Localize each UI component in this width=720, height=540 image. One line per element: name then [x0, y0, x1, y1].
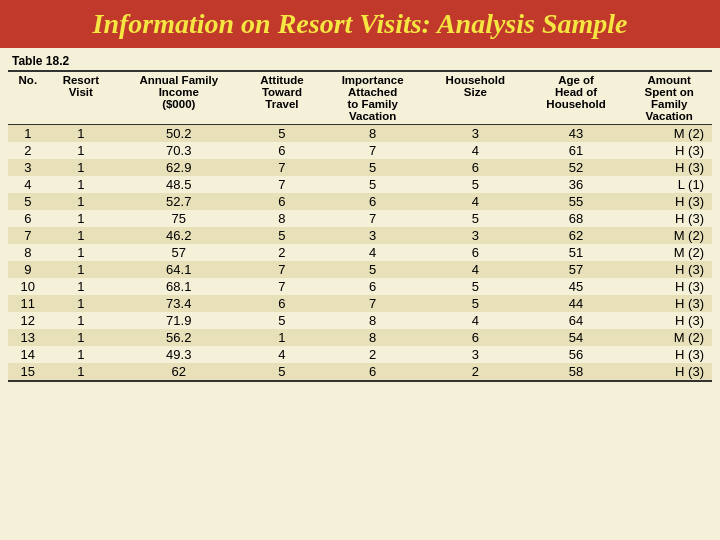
cell-r12-c6: 54: [526, 329, 627, 346]
cell-r8-c6: 57: [526, 261, 627, 278]
page-title: Information on Resort Visits: Analysis S…: [0, 0, 720, 48]
table-row: 4148.575536L (1): [8, 176, 712, 193]
cell-r11-c5: 4: [425, 312, 526, 329]
cell-r8-c7: H (3): [626, 261, 712, 278]
cell-r10-c6: 44: [526, 295, 627, 312]
cell-r14-c1: 1: [48, 363, 114, 381]
cell-r2-c5: 6: [425, 159, 526, 176]
cell-r8-c1: 1: [48, 261, 114, 278]
cell-r4-c4: 6: [320, 193, 425, 210]
table-row: 815724651M (2): [8, 244, 712, 261]
cell-r1-c6: 61: [526, 142, 627, 159]
cell-r10-c4: 7: [320, 295, 425, 312]
cell-r10-c1: 1: [48, 295, 114, 312]
cell-r5-c0: 6: [8, 210, 48, 227]
cell-r13-c7: H (3): [626, 346, 712, 363]
cell-r2-c1: 1: [48, 159, 114, 176]
header-row: No. ResortVisit Annual FamilyIncome($000…: [8, 71, 712, 125]
cell-r11-c0: 12: [8, 312, 48, 329]
cell-r3-c1: 1: [48, 176, 114, 193]
cell-r2-c0: 3: [8, 159, 48, 176]
cell-r9-c1: 1: [48, 278, 114, 295]
table-row: 12171.958464H (3): [8, 312, 712, 329]
cell-r11-c1: 1: [48, 312, 114, 329]
table-row: 1150.258343M (2): [8, 125, 712, 143]
cell-r11-c7: H (3): [626, 312, 712, 329]
cell-r3-c6: 36: [526, 176, 627, 193]
cell-r13-c3: 4: [243, 346, 320, 363]
cell-r3-c0: 4: [8, 176, 48, 193]
cell-r2-c6: 52: [526, 159, 627, 176]
cell-r13-c6: 56: [526, 346, 627, 363]
cell-r5-c5: 5: [425, 210, 526, 227]
cell-r6-c4: 3: [320, 227, 425, 244]
cell-r10-c3: 6: [243, 295, 320, 312]
cell-r14-c0: 15: [8, 363, 48, 381]
cell-r9-c0: 10: [8, 278, 48, 295]
cell-r2-c4: 5: [320, 159, 425, 176]
table-row: 2170.367461H (3): [8, 142, 712, 159]
cell-r14-c2: 62: [114, 363, 243, 381]
cell-r1-c3: 6: [243, 142, 320, 159]
cell-r7-c5: 6: [425, 244, 526, 261]
cell-r6-c6: 62: [526, 227, 627, 244]
cell-r0-c1: 1: [48, 125, 114, 143]
table-row: 13156.218654M (2): [8, 329, 712, 346]
cell-r11-c4: 8: [320, 312, 425, 329]
cell-r10-c7: H (3): [626, 295, 712, 312]
table-row: 11173.467544H (3): [8, 295, 712, 312]
cell-r3-c7: L (1): [626, 176, 712, 193]
table-row: 1516256258H (3): [8, 363, 712, 381]
cell-r6-c3: 5: [243, 227, 320, 244]
cell-r5-c7: H (3): [626, 210, 712, 227]
cell-r14-c7: H (3): [626, 363, 712, 381]
cell-r13-c1: 1: [48, 346, 114, 363]
cell-r2-c2: 62.9: [114, 159, 243, 176]
cell-r4-c6: 55: [526, 193, 627, 210]
col-header-resort-visit: ResortVisit: [48, 71, 114, 125]
cell-r12-c1: 1: [48, 329, 114, 346]
col-header-age: Age ofHead ofHousehold: [526, 71, 627, 125]
cell-r6-c7: M (2): [626, 227, 712, 244]
cell-r12-c0: 13: [8, 329, 48, 346]
table-container: Table 18.2 No. ResortVisit Annual Family…: [0, 48, 720, 386]
cell-r4-c5: 4: [425, 193, 526, 210]
cell-r13-c0: 14: [8, 346, 48, 363]
col-header-amount: AmountSpent onFamilyVacation: [626, 71, 712, 125]
cell-r1-c2: 70.3: [114, 142, 243, 159]
cell-r11-c2: 71.9: [114, 312, 243, 329]
cell-r9-c2: 68.1: [114, 278, 243, 295]
cell-r1-c4: 7: [320, 142, 425, 159]
cell-r12-c3: 1: [243, 329, 320, 346]
cell-r5-c6: 68: [526, 210, 627, 227]
cell-r7-c3: 2: [243, 244, 320, 261]
cell-r0-c5: 3: [425, 125, 526, 143]
cell-r14-c5: 2: [425, 363, 526, 381]
table-row: 9164.175457H (3): [8, 261, 712, 278]
cell-r8-c4: 5: [320, 261, 425, 278]
cell-r5-c1: 1: [48, 210, 114, 227]
table-label: Table 18.2: [12, 54, 69, 68]
table-row: 10168.176545H (3): [8, 278, 712, 295]
data-table: Table 18.2 No. ResortVisit Annual Family…: [8, 52, 712, 382]
cell-r6-c1: 1: [48, 227, 114, 244]
cell-r7-c1: 1: [48, 244, 114, 261]
table-row: 14149.342356H (3): [8, 346, 712, 363]
cell-r5-c3: 8: [243, 210, 320, 227]
cell-r13-c4: 2: [320, 346, 425, 363]
cell-r11-c6: 64: [526, 312, 627, 329]
col-header-attitude: AttitudeTowardTravel: [243, 71, 320, 125]
cell-r8-c5: 4: [425, 261, 526, 278]
cell-r8-c0: 9: [8, 261, 48, 278]
cell-r7-c0: 8: [8, 244, 48, 261]
cell-r3-c2: 48.5: [114, 176, 243, 193]
cell-r6-c5: 3: [425, 227, 526, 244]
cell-r14-c4: 6: [320, 363, 425, 381]
cell-r1-c0: 2: [8, 142, 48, 159]
table-row: 3162.975652H (3): [8, 159, 712, 176]
cell-r10-c5: 5: [425, 295, 526, 312]
cell-r7-c7: M (2): [626, 244, 712, 261]
col-header-income: Annual FamilyIncome($000): [114, 71, 243, 125]
cell-r4-c3: 6: [243, 193, 320, 210]
cell-r4-c7: H (3): [626, 193, 712, 210]
